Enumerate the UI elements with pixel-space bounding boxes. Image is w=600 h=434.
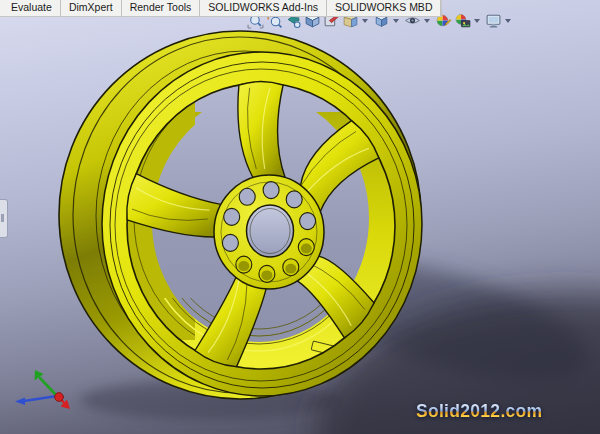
tab-render-tools[interactable]: Render Tools xyxy=(122,0,201,16)
view-orientation-dropdown-caret[interactable] xyxy=(362,19,368,23)
apply-scene-dropdown-caret[interactable] xyxy=(474,19,480,23)
tab-evaluate[interactable]: Evaluate xyxy=(3,0,61,16)
bolt-hole-through xyxy=(239,188,255,205)
bolt-hole-through xyxy=(224,208,240,225)
feature-tree-collapsed-handle[interactable] xyxy=(0,199,8,238)
solidworks-window: Evaluate DimXpert Render Tools SOLIDWORK… xyxy=(0,0,600,434)
apply-scene-icon[interactable] xyxy=(454,12,471,29)
triad-origin xyxy=(55,393,64,402)
bolt-hole-pocket-shadow xyxy=(238,261,249,271)
bolt-hole-pocket-shadow xyxy=(261,270,272,280)
display-style-dropdown-caret[interactable] xyxy=(393,19,399,23)
handle-grip xyxy=(1,214,4,222)
center-bore xyxy=(247,205,294,257)
bolt-hole-through xyxy=(286,191,302,208)
watermark: Solid2012.com xyxy=(416,401,542,422)
command-manager-tabbar: Evaluate DimXpert Render Tools SOLIDWORK… xyxy=(0,0,442,17)
bolt-hole-pocket-shadow xyxy=(285,264,296,274)
wheel-model[interactable] xyxy=(59,31,422,399)
origin-triad xyxy=(15,370,70,409)
bolt-hole-through xyxy=(222,234,238,251)
z-axis-arrow xyxy=(24,396,57,401)
y-axis-arrow xyxy=(40,378,57,396)
tab-dimxpert[interactable]: DimXpert xyxy=(61,0,122,16)
tab-solidworks-add-ins[interactable]: SOLIDWORKS Add-Ins xyxy=(200,0,327,16)
view-settings-dropdown-caret[interactable] xyxy=(505,19,511,23)
hide-show-items-dropdown-caret[interactable] xyxy=(424,19,430,23)
view-settings-icon[interactable] xyxy=(485,12,502,29)
hub[interactable] xyxy=(214,175,324,289)
graphics-viewport[interactable] xyxy=(0,0,600,434)
bolt-hole-through xyxy=(300,213,316,230)
tab-solidworks-mbd[interactable]: SOLIDWORKS MBD xyxy=(327,0,441,16)
bolt-hole-pocket-shadow xyxy=(301,244,312,254)
bolt-hole-through xyxy=(263,182,279,199)
z-axis-arrowhead xyxy=(15,398,25,406)
